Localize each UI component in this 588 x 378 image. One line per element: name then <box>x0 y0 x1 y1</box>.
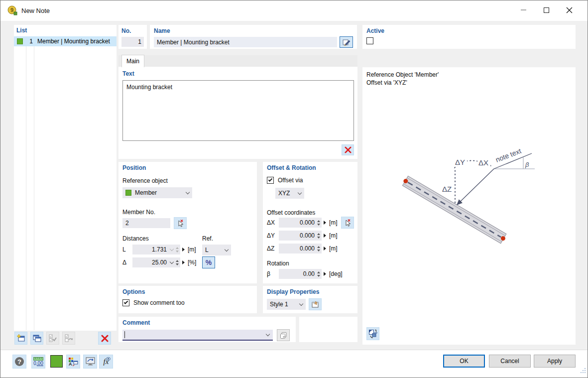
screen-settings-button[interactable] <box>83 355 97 369</box>
resize-grip[interactable] <box>580 367 586 376</box>
diagram-dy-label: ΔY <box>455 158 465 166</box>
reference-object-value: Member <box>135 189 157 196</box>
title-bar: 9 New Note <box>0 0 588 21</box>
comment-title: Comment <box>122 319 150 326</box>
copy-note-button[interactable] <box>30 332 43 345</box>
offset-dx-input[interactable]: 0.000 <box>279 218 322 228</box>
help-icon: ? <box>15 357 24 366</box>
tab-main[interactable]: Main <box>121 55 144 67</box>
spinner-icon[interactable] <box>176 260 179 265</box>
style-value: Style 1 <box>270 301 288 308</box>
spinner-icon[interactable] <box>317 271 320 277</box>
offset-dx-value: 0.000 <box>300 219 315 226</box>
diagram-dz-label: ΔZ <box>442 185 452 193</box>
beta-label: β <box>267 270 279 277</box>
distance-delta-row: Δ 25.00 [%] <box>122 257 196 267</box>
distance-l-input[interactable]: 1.731 <box>132 245 180 254</box>
close-icon <box>566 7 573 13</box>
beta-input[interactable]: 0.00 <box>279 269 322 279</box>
detail-arrow-icon[interactable] <box>324 272 326 276</box>
checkmark-icon <box>268 177 272 181</box>
copy-window-icon <box>32 334 41 343</box>
distances-label: Distances <box>122 235 149 242</box>
spinner-icon[interactable] <box>317 233 320 239</box>
copy-comment-button[interactable] <box>277 329 290 341</box>
pick-offset-button[interactable] <box>341 217 354 229</box>
new-note-button[interactable] <box>14 332 27 345</box>
units-button[interactable]: 0,00 <box>31 355 45 369</box>
ok-button[interactable]: OK <box>443 355 485 368</box>
offset-dz-input[interactable]: 0.000 <box>279 244 322 253</box>
note-text-area[interactable]: Mounting bracket <box>122 80 354 141</box>
spinner-icon[interactable] <box>176 247 179 252</box>
position-title: Position <box>122 164 146 171</box>
list-item[interactable]: 1 Member | Mounting bracket <box>14 36 117 46</box>
active-checkbox[interactable] <box>366 37 373 44</box>
spacer-panel <box>299 317 357 342</box>
text-panel: Text Mounting bracket <box>118 67 357 159</box>
cancel-button[interactable]: Cancel <box>489 355 531 368</box>
edit-name-button[interactable] <box>340 36 353 48</box>
help-button[interactable]: ? <box>12 355 26 369</box>
formula-button[interactable]: fx <box>99 355 113 369</box>
options-title: Options <box>122 288 145 295</box>
offset-dy-row: ΔY 0.000 [m] <box>267 231 338 241</box>
detail-arrow-icon[interactable] <box>324 221 326 225</box>
detail-arrow-icon[interactable] <box>324 247 326 251</box>
detail-arrow-icon[interactable] <box>182 248 185 252</box>
list-header: List <box>16 27 27 34</box>
display-options-button[interactable]: A <box>66 355 80 369</box>
name-label: Name <box>154 27 170 34</box>
reference-object-dropdown[interactable]: Member <box>122 187 192 198</box>
ref-dropdown[interactable]: L <box>202 245 231 255</box>
offset-via-label: Offset via <box>278 177 303 184</box>
spinner-icon[interactable] <box>317 220 320 226</box>
detail-arrow-icon[interactable] <box>182 260 185 264</box>
list-column-divider <box>26 36 26 330</box>
offset-via-dropdown[interactable]: XYZ <box>275 188 304 199</box>
member-no-input[interactable]: 2 <box>122 218 170 228</box>
invert-selection-button[interactable] <box>62 332 75 345</box>
diagram-note-label: note text <box>494 147 522 164</box>
options-group: Options Show comment too <box>118 286 257 313</box>
leader-arrow <box>457 169 494 205</box>
comment-combobox[interactable] <box>122 330 273 341</box>
pick-member-button[interactable] <box>174 217 187 229</box>
offset-dz-row: ΔZ 0.000 [m] <box>267 244 338 253</box>
maximize-button[interactable] <box>537 2 555 17</box>
checkmark-icon <box>124 300 128 304</box>
select-all-icon <box>48 334 57 343</box>
name-input[interactable]: Member | Mounting bracket <box>154 37 337 47</box>
style-dropdown[interactable]: Style 1 <box>267 299 306 310</box>
name-group: Name Member | Mounting bracket <box>150 25 357 49</box>
distance-l-label: L <box>122 246 132 253</box>
rotate-view-button[interactable] <box>366 327 379 340</box>
position-group: Position Reference object Member Member … <box>118 162 257 283</box>
offset-via-value: XYZ <box>278 190 290 197</box>
chevron-down-icon <box>298 190 302 194</box>
distance-delta-input[interactable]: 25.00 <box>132 257 180 267</box>
chevron-down-icon <box>266 332 270 336</box>
comment-group: Comment <box>118 317 296 342</box>
color-swatch-button[interactable] <box>50 355 63 368</box>
show-comment-checkbox[interactable] <box>122 299 129 306</box>
offset-dy-input[interactable]: 0.000 <box>279 231 322 241</box>
delete-note-button[interactable] <box>98 332 111 345</box>
offset-rotation-group: Offset & Rotation Offset via XYZ Offset … <box>263 162 357 283</box>
clear-text-button[interactable] <box>342 144 354 155</box>
distance-l-row: L 1.731 [m] <box>122 245 196 254</box>
close-button[interactable] <box>560 2 578 17</box>
pick-cursor-icon <box>177 219 184 227</box>
chevron-down-icon <box>170 247 174 251</box>
spinner-icon[interactable] <box>317 246 320 252</box>
select-all-button[interactable] <box>46 332 59 345</box>
offset-via-checkbox[interactable] <box>267 177 274 184</box>
edit-style-button[interactable] <box>309 298 322 310</box>
offset-rotation-title: Offset & Rotation <box>267 164 316 171</box>
detail-arrow-icon[interactable] <box>324 234 326 238</box>
minimize-button[interactable] <box>514 2 532 17</box>
list-item-name: Member | Mounting bracket <box>33 38 110 45</box>
apply-button[interactable]: Apply <box>534 355 576 368</box>
chevron-down-icon <box>186 190 190 194</box>
percent-toggle-button[interactable]: % <box>202 256 215 268</box>
